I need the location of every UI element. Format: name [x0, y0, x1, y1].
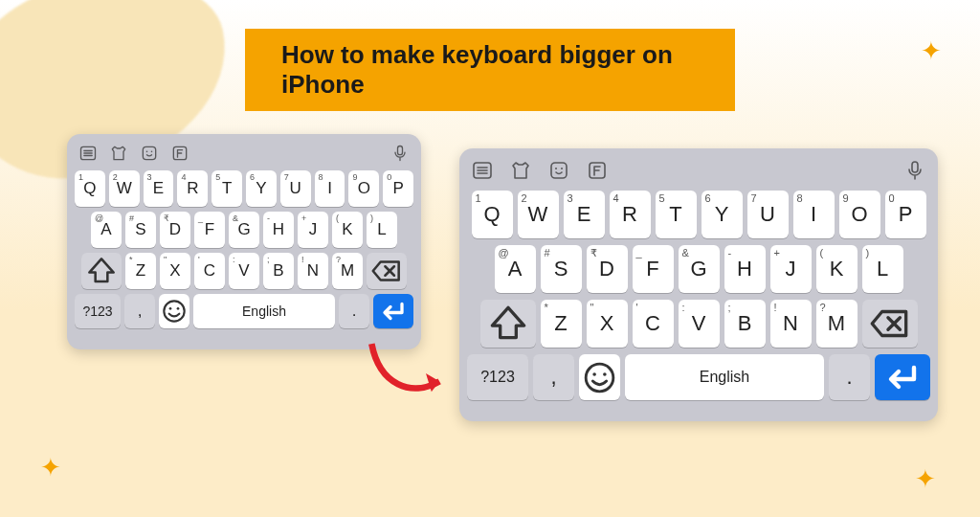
key-C[interactable]: 'C: [633, 300, 674, 348]
backspace-key[interactable]: [862, 300, 918, 348]
key-M[interactable]: ?M: [816, 300, 858, 348]
key-S[interactable]: #S: [125, 212, 156, 248]
keyboard-small: 1Q2W3E4R5T6Y7U8I9O0P@A#S₹D_F&G-H+J(K)L*Z…: [67, 134, 421, 349]
spacebar[interactable]: English: [625, 354, 824, 400]
enter-key[interactable]: [875, 354, 930, 400]
font-icon[interactable]: [586, 159, 609, 182]
key-B[interactable]: ;B: [263, 253, 294, 289]
key-U[interactable]: 7U: [747, 191, 789, 238]
emoji-key[interactable]: [579, 354, 620, 400]
key-H[interactable]: -H: [263, 212, 294, 248]
svg-point-11: [164, 301, 184, 321]
key-L[interactable]: )L: [862, 245, 903, 293]
key-I[interactable]: 8I: [315, 170, 345, 207]
key-Q[interactable]: 1Q: [75, 170, 105, 207]
key-E[interactable]: 3E: [144, 170, 174, 207]
key-J[interactable]: +J: [770, 245, 812, 293]
key-A[interactable]: @A: [495, 245, 536, 293]
key-R[interactable]: 4R: [177, 170, 208, 207]
key-L[interactable]: )L: [367, 212, 397, 248]
key-O[interactable]: 9O: [348, 170, 379, 207]
key-D[interactable]: ₹D: [160, 212, 190, 248]
key-Z[interactable]: *Z: [125, 253, 156, 289]
keyboard-toolbar: [467, 156, 930, 191]
numeric-key[interactable]: ?123: [467, 354, 528, 400]
key-N[interactable]: !N: [770, 300, 812, 348]
key-Y[interactable]: 6Y: [702, 191, 743, 238]
key-G[interactable]: &G: [679, 245, 720, 293]
menu-icon[interactable]: [471, 159, 494, 182]
key-Z[interactable]: *Z: [541, 300, 582, 348]
key-row-bottom: ?123,English.: [75, 294, 413, 328]
key-J[interactable]: +J: [298, 212, 328, 248]
mic-icon[interactable]: [390, 144, 410, 163]
key-F[interactable]: _F: [633, 245, 674, 293]
svg-rect-4: [143, 146, 155, 159]
key-P[interactable]: 0P: [383, 170, 413, 207]
key-R[interactable]: 4R: [610, 191, 651, 238]
emoji-key[interactable]: [159, 294, 189, 328]
key-E[interactable]: 3E: [564, 191, 605, 238]
key-row-3: *Z"X'C:V;B!N?M: [75, 253, 413, 289]
comma-key[interactable]: ,: [533, 354, 574, 400]
spacebar[interactable]: English: [193, 294, 335, 328]
mic-icon[interactable]: [903, 159, 926, 182]
shirt-icon[interactable]: [109, 144, 128, 163]
key-V[interactable]: :V: [229, 253, 259, 289]
key-W[interactable]: 2W: [109, 170, 140, 207]
key-M[interactable]: ?M: [332, 253, 363, 289]
key-D[interactable]: ₹D: [587, 245, 628, 293]
key-A[interactable]: @A: [91, 212, 122, 248]
key-P[interactable]: 0P: [885, 191, 926, 238]
enter-key[interactable]: [373, 294, 413, 328]
svg-rect-18: [551, 163, 567, 178]
svg-point-26: [592, 372, 596, 376]
key-W[interactable]: 2W: [518, 191, 559, 238]
menu-icon[interactable]: [78, 144, 98, 163]
key-row-2: @A#S₹D_F&G-H+J(K)L: [467, 245, 930, 293]
sticker-icon[interactable]: [547, 159, 570, 182]
key-row-2: @A#S₹D_F&G-H+J(K)L: [75, 212, 413, 248]
key-Y[interactable]: 6Y: [246, 170, 277, 207]
key-T[interactable]: 5T: [656, 191, 697, 238]
svg-point-27: [603, 372, 607, 376]
page-title: How to make keyboard bigger on iPhone: [245, 29, 735, 111]
shift-key[interactable]: [480, 300, 536, 348]
numeric-key[interactable]: ?123: [75, 294, 121, 328]
svg-rect-22: [912, 162, 918, 172]
key-row-bottom: ?123,English.: [467, 354, 930, 400]
key-B[interactable]: ;B: [724, 300, 766, 348]
svg-point-13: [177, 307, 180, 310]
key-C[interactable]: 'C: [194, 253, 225, 289]
key-K[interactable]: (K: [332, 212, 363, 248]
sparkle-icon: ✦: [921, 36, 942, 66]
key-U[interactable]: 7U: [280, 170, 311, 207]
key-row-1: 1Q2W3E4R5T6Y7U8I9O0P: [75, 170, 413, 207]
sparkle-icon: ✦: [40, 453, 61, 483]
key-N[interactable]: !N: [298, 253, 328, 289]
key-row-3: *Z"X'C:V;B!N?M: [467, 300, 930, 348]
key-V[interactable]: :V: [679, 300, 720, 348]
sticker-icon[interactable]: [140, 144, 159, 163]
key-K[interactable]: (K: [816, 245, 858, 293]
svg-point-12: [169, 307, 172, 310]
key-T[interactable]: 5T: [212, 170, 242, 207]
key-I[interactable]: 8I: [793, 191, 835, 238]
key-G[interactable]: &G: [229, 212, 259, 248]
key-F[interactable]: _F: [194, 212, 225, 248]
shirt-icon[interactable]: [509, 159, 532, 182]
period-key[interactable]: .: [829, 354, 870, 400]
key-O[interactable]: 9O: [839, 191, 880, 238]
font-icon[interactable]: [170, 144, 189, 163]
key-H[interactable]: -H: [724, 245, 766, 293]
svg-point-25: [586, 364, 613, 392]
key-X[interactable]: "X: [160, 253, 190, 289]
backspace-key[interactable]: [367, 253, 407, 289]
period-key[interactable]: .: [339, 294, 369, 328]
shift-key[interactable]: [81, 253, 122, 289]
key-S[interactable]: #S: [541, 245, 582, 293]
svg-point-20: [561, 168, 563, 169]
key-X[interactable]: "X: [587, 300, 628, 348]
comma-key[interactable]: ,: [124, 294, 155, 328]
key-Q[interactable]: 1Q: [472, 191, 513, 238]
